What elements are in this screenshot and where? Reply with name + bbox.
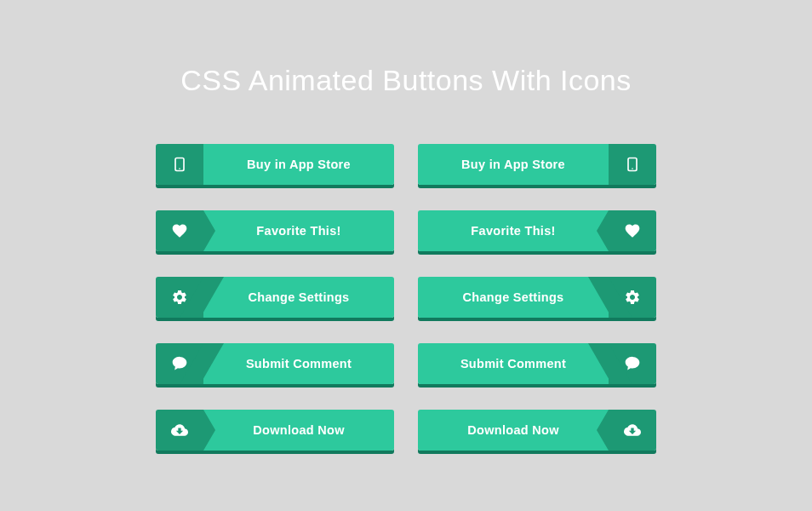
download-button-right[interactable]: Download Now — [418, 410, 656, 451]
comment-button-left[interactable]: Submit Comment — [156, 343, 394, 384]
svg-point-1 — [179, 168, 180, 169]
button-label: Buy in App Store — [247, 158, 351, 171]
tablet-icon — [609, 144, 656, 185]
button-label: Submit Comment — [246, 357, 352, 370]
button-grid: Buy in App Store Buy in App Store Favori… — [156, 144, 656, 451]
favorite-button-right[interactable]: Favorite This! — [418, 210, 656, 251]
gear-icon — [156, 277, 203, 318]
comment-button-right[interactable]: Submit Comment — [418, 343, 656, 384]
buy-appstore-button-left[interactable]: Buy in App Store — [156, 144, 394, 185]
button-label: Download Now — [467, 423, 559, 437]
button-label: Download Now — [253, 423, 345, 437]
comment-icon — [609, 343, 656, 384]
button-label: Change Settings — [249, 290, 350, 304]
cloud-download-icon — [609, 410, 656, 451]
button-label: Favorite This! — [256, 224, 340, 238]
settings-button-right[interactable]: Change Settings — [418, 277, 656, 318]
gear-icon — [609, 277, 656, 318]
heart-icon — [156, 210, 203, 251]
favorite-button-left[interactable]: Favorite This! — [156, 210, 394, 251]
button-label: Buy in App Store — [461, 158, 565, 171]
settings-button-left[interactable]: Change Settings — [156, 277, 394, 318]
page-title: CSS Animated Buttons With Icons — [180, 64, 632, 97]
buy-appstore-button-right[interactable]: Buy in App Store — [418, 144, 656, 185]
cloud-download-icon — [156, 410, 203, 451]
comment-icon — [156, 343, 203, 384]
button-label: Submit Comment — [460, 357, 566, 370]
tablet-icon — [156, 144, 203, 185]
download-button-left[interactable]: Download Now — [156, 410, 394, 451]
heart-icon — [609, 210, 656, 251]
button-label: Change Settings — [463, 290, 564, 304]
svg-point-3 — [632, 168, 633, 169]
button-label: Favorite This! — [471, 224, 555, 238]
